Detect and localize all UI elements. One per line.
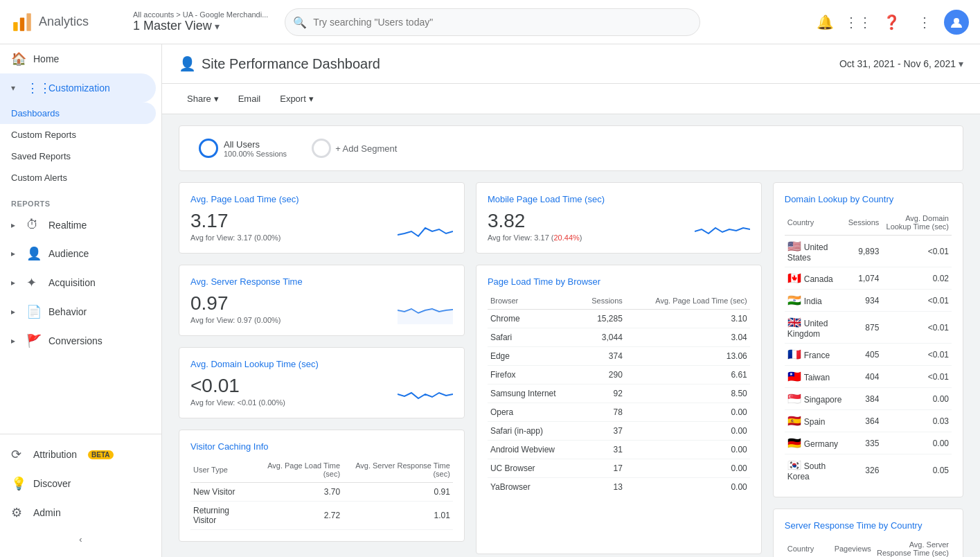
notification-button[interactable]: 🔔 bbox=[811, 8, 839, 36]
server-response-card: Avg. Server Response Time 0.97 Avg for V… bbox=[179, 265, 465, 336]
browser-col-sessions: Sessions bbox=[578, 292, 625, 310]
sidebar-item-conversions[interactable]: ▸ 🚩 Conversions bbox=[0, 326, 156, 355]
user-avatar-button[interactable] bbox=[944, 10, 969, 35]
apps-grid-button[interactable]: ⋮⋮ bbox=[844, 8, 872, 36]
table-row: YaBrowser130.00 bbox=[488, 478, 750, 497]
server-response-country-title: Server Response Time by Country bbox=[785, 520, 952, 531]
share-button[interactable]: Share ▾ bbox=[179, 89, 227, 108]
export-button[interactable]: Export ▾ bbox=[271, 89, 322, 108]
sidebar-item-dashboards[interactable]: Dashboards bbox=[0, 103, 156, 124]
cards-left: Avg. Page Load Time (sec) 3.17 Avg for V… bbox=[179, 182, 465, 557]
sidebar-item-realtime[interactable]: ▸ ⏱ Realtime bbox=[0, 211, 156, 239]
svg-rect-0 bbox=[13, 22, 17, 31]
mobile-page-load-card: Mobile Page Load Time (sec) 3.82 Avg for… bbox=[476, 182, 762, 254]
table-row: 🇬🇧United Kingdom875<0.01 bbox=[785, 312, 952, 344]
sidebar-item-home[interactable]: 🏠 Home bbox=[0, 44, 156, 73]
server-response-content: 0.97 Avg for View: 0.97 (0.00%) bbox=[190, 292, 453, 324]
sidebar: 🏠 Home ▾ ⋮⋮ Customization Dashboards Cus… bbox=[0, 44, 162, 557]
server-country-header: Country Pageviews Avg. Server Response T… bbox=[785, 536, 952, 557]
visitor-load-returning: 2.72 bbox=[254, 502, 343, 530]
page-title: Site Performance Dashboard bbox=[202, 56, 380, 72]
date-range-chevron: ▾ bbox=[959, 58, 963, 69]
segment-info: All Users 100.00% Sessions bbox=[224, 139, 287, 158]
domain-lookup-country-title: Domain Lookup by Country bbox=[785, 194, 952, 204]
server-response-sparkline bbox=[398, 297, 453, 324]
flag-icon: 🇩🇪 bbox=[787, 437, 801, 449]
table-row: UC Browser170.00 bbox=[488, 459, 750, 478]
svg-rect-2 bbox=[26, 13, 30, 31]
add-segment-button[interactable]: + Add Segment bbox=[303, 134, 405, 162]
realtime-expand-icon: ▸ bbox=[11, 220, 15, 230]
search-bar-container: 🔍 bbox=[285, 8, 700, 36]
page-header: 👤 Site Performance Dashboard Oct 31, 202… bbox=[162, 44, 980, 84]
visitor-col-load: Avg. Page Load Time (sec) bbox=[254, 457, 343, 483]
sidebar-item-admin[interactable]: ⚙ Admin bbox=[0, 498, 156, 527]
app-layout: 🏠 Home ▾ ⋮⋮ Customization Dashboards Cus… bbox=[0, 44, 980, 557]
server-col-response-time: Avg. Server Response Time (sec) bbox=[874, 536, 952, 557]
table-row: Chrome15,2853.10 bbox=[488, 310, 750, 328]
table-row: Safari3,0443.04 bbox=[488, 328, 750, 347]
account-view-selector[interactable]: 1 Master View ▾ bbox=[133, 19, 268, 33]
flag-icon: 🇰🇷 bbox=[787, 459, 801, 471]
visitor-response-returning: 1.01 bbox=[343, 502, 453, 530]
domain-country-body: 🇺🇸United States9,893<0.01 🇨🇦Canada1,0740… bbox=[785, 236, 952, 486]
visitor-row-new: New Visitor 3.70 0.91 bbox=[190, 483, 453, 502]
visitor-type-new: New Visitor bbox=[190, 483, 254, 502]
sidebar-collapse-button[interactable]: ‹ bbox=[0, 527, 161, 551]
collapse-icon: ‹ bbox=[79, 534, 82, 545]
help-button[interactable]: ❓ bbox=[877, 8, 905, 36]
email-button[interactable]: Email bbox=[230, 89, 269, 108]
sidebar-customization-label: Customization bbox=[48, 82, 110, 94]
mobile-page-load-highlight: 20.44% bbox=[553, 233, 579, 242]
sidebar-item-custom-reports[interactable]: Custom Reports bbox=[0, 124, 156, 145]
flag-icon: 🇮🇳 bbox=[787, 294, 801, 306]
visitor-table-body: New Visitor 3.70 0.91 Returning Visitor … bbox=[190, 483, 453, 530]
share-label: Share bbox=[187, 94, 211, 104]
domain-lookup-country-card: Domain Lookup by Country Country Session… bbox=[773, 182, 963, 497]
sidebar-item-customization[interactable]: ▾ ⋮⋮ Customization bbox=[0, 73, 156, 103]
sidebar-item-discover[interactable]: 💡 Discover bbox=[0, 469, 156, 498]
server-response-sub: Avg for View: 0.97 (0.00%) bbox=[190, 316, 280, 324]
browser-table-body: Chrome15,2853.10 Safari3,0443.04 Edge374… bbox=[488, 310, 750, 497]
all-users-segment[interactable]: All Users 100.00% Sessions bbox=[190, 134, 295, 162]
sidebar-conversions-label: Conversions bbox=[48, 335, 103, 346]
logo-area: Analytics bbox=[11, 11, 122, 33]
flag-icon: 🇨🇦 bbox=[787, 272, 801, 284]
visitor-response-new: 0.91 bbox=[343, 483, 453, 502]
svg-rect-1 bbox=[20, 17, 24, 30]
sidebar-item-audience[interactable]: ▸ 👤 Audience bbox=[0, 239, 156, 268]
top-header: Analytics All accounts > UA - Google Mer… bbox=[0, 0, 980, 44]
account-path: All accounts > UA - Google Merchandi... bbox=[133, 10, 268, 19]
flag-icon: 🇹🇼 bbox=[787, 371, 801, 382]
reports-section-label: REPORTS bbox=[0, 188, 161, 211]
visitor-type-returning: Returning Visitor bbox=[190, 502, 254, 530]
sidebar-item-acquisition[interactable]: ▸ ✦ Acquisition bbox=[0, 268, 156, 297]
conversions-icon: 🚩 bbox=[26, 333, 40, 348]
avg-page-load-sparkline bbox=[398, 214, 453, 242]
date-range-selector[interactable]: Oct 31, 2021 - Nov 6, 2021 ▾ bbox=[839, 58, 963, 69]
sidebar-top: 🏠 Home ▾ ⋮⋮ Customization Dashboards Cus… bbox=[0, 44, 161, 434]
mobile-page-load-content: 3.82 Avg for View: 3.17 (20.44%) bbox=[488, 210, 750, 242]
flag-icon: 🇺🇸 bbox=[787, 240, 801, 252]
table-row: 🇫🇷France405<0.01 bbox=[785, 344, 952, 366]
sidebar-acquisition-label: Acquisition bbox=[48, 277, 96, 288]
search-input[interactable] bbox=[285, 8, 700, 36]
server-col-pageviews: Pageviews bbox=[832, 536, 874, 557]
avg-page-load-value-area: 3.17 Avg for View: 3.17 (0.00%) bbox=[190, 210, 280, 242]
table-row: Edge37413.06 bbox=[488, 347, 750, 366]
avg-page-load-value: 3.17 bbox=[190, 210, 280, 232]
cards-main: Avg. Page Load Time (sec) 3.17 Avg for V… bbox=[179, 182, 963, 557]
dashboard-person-icon: 👤 bbox=[179, 55, 196, 72]
domain-col-country: Country bbox=[785, 210, 846, 236]
sidebar-dashboards-label: Dashboards bbox=[11, 108, 60, 118]
sidebar-item-saved-reports[interactable]: Saved Reports bbox=[0, 145, 156, 167]
sidebar-item-attribution[interactable]: ⟳ Attribution BETA bbox=[0, 440, 156, 469]
more-options-button[interactable]: ⋮ bbox=[911, 8, 938, 36]
sidebar-item-custom-alerts[interactable]: Custom Alerts bbox=[0, 167, 156, 188]
mobile-page-load-sub: Avg for View: 3.17 (20.44%) bbox=[488, 233, 582, 242]
mobile-page-load-value: 3.82 bbox=[488, 210, 582, 232]
visitor-table-header: User Type Avg. Page Load Time (sec) Avg.… bbox=[190, 457, 453, 483]
avg-page-load-content: 3.17 Avg for View: 3.17 (0.00%) bbox=[190, 210, 453, 242]
analytics-logo-icon bbox=[11, 11, 33, 33]
sidebar-item-behavior[interactable]: ▸ 📄 Behavior bbox=[0, 297, 156, 326]
